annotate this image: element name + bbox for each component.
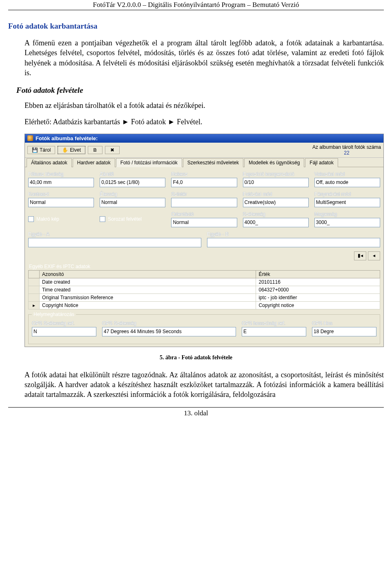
discard-icon: ✋ — [62, 147, 68, 153]
exif-caption: Egyéb EXIF és IPTC adatok — [29, 264, 380, 269]
lonref-input[interactable] — [242, 327, 306, 336]
elesseg-label: Élesség — [100, 191, 165, 197]
exif-id: Date created — [40, 278, 256, 286]
egyeb-a-input[interactable] — [28, 238, 201, 247]
kontraszt-label: Kontraszt — [28, 191, 94, 197]
szinter-label: Színtér — [171, 191, 237, 197]
szinter-input[interactable] — [171, 198, 237, 207]
exif-val: 20101116 — [256, 278, 380, 286]
orient-label: Orientáció — [171, 211, 237, 217]
tarol-button[interactable]: 💾 Tárol — [27, 146, 55, 154]
egyeb-b-input[interactable] — [207, 238, 380, 247]
delete-icon: ✖ — [109, 147, 115, 153]
table-corner — [29, 270, 40, 278]
makro-label: Makró kép — [36, 216, 59, 222]
exif-val: Copyright notice — [256, 301, 380, 309]
nav-prev-button[interactable]: ◂ — [368, 251, 380, 260]
paragraph-2: Ebben az eljárásban tárolhatók el a fotó… — [24, 101, 384, 110]
fokusz-label: Fókusz távolság — [28, 171, 94, 177]
form-area: Fókusz távolság Záridő Rekesz Expozíció … — [25, 167, 383, 347]
exif-table: Azonosító Érték Date created 20101116 Ti… — [28, 270, 380, 309]
checkbox-icon — [28, 216, 34, 222]
album-count: Az albumban tárolt fotók száma 22 — [312, 144, 381, 156]
elvet-label: Elvet — [70, 147, 81, 153]
paragraph-intro: A főmenü ezen a pontjaiban végezhetők el… — [24, 38, 384, 78]
delete-button[interactable]: ✖ — [105, 146, 120, 154]
album-count-value: 22 — [312, 150, 381, 156]
checkbox-icon — [100, 216, 105, 222]
geo-legend: Helymeghatározás — [32, 311, 76, 317]
zarido-input[interactable] — [100, 178, 165, 187]
row-marker-icon: ▸ — [29, 301, 40, 309]
document-icon: 🗎 — [92, 147, 98, 153]
table-row[interactable]: Original Transmission Reference iptc - j… — [29, 293, 380, 301]
vaku-label: Vakuzási mód — [314, 171, 380, 177]
exif-val: 064327+0000 — [256, 286, 380, 293]
geo-fieldset: Helymeghatározás GPS Szélesség ref. GPS … — [28, 314, 380, 344]
expo-input[interactable] — [243, 178, 309, 187]
orient-input[interactable] — [171, 218, 237, 227]
tarol-label: Tárol — [40, 147, 51, 153]
lonref-label: GPS hosszúság ref. — [242, 320, 306, 326]
tab-general[interactable]: Általános adatok — [27, 158, 72, 167]
exif-id: Time created — [40, 286, 256, 293]
szel-input[interactable] — [243, 218, 309, 227]
sorozat-label: Sorozat felvétel — [108, 216, 142, 222]
egyeb-a-label: Egyéb - A — [28, 231, 201, 237]
zarido-label: Záridő — [100, 171, 165, 177]
exif-id: Copyright Notice — [40, 301, 256, 309]
app-icon — [27, 135, 33, 141]
album-count-label: Az albumban tárolt fotók száma — [312, 144, 381, 150]
save-icon: 💾 — [32, 147, 38, 153]
tab-strip: Általános adatok Hardver adatok Fotó / f… — [25, 158, 383, 167]
szel-label: Szélesség — [243, 211, 309, 217]
sorozat-checkbox[interactable]: Sorozat felvétel — [100, 211, 165, 227]
fenym-label: Fénymérési mód — [314, 191, 380, 197]
tab-models[interactable]: Modellek és ügynökség — [244, 158, 304, 167]
fokusz-input[interactable] — [28, 178, 94, 187]
table-row[interactable]: Time created 064327+0000 — [29, 286, 380, 293]
lat-input[interactable] — [102, 327, 236, 336]
new-button[interactable]: 🗎 — [88, 146, 102, 154]
fotomod-label: Fotózási mód — [243, 191, 309, 197]
titlebar: Fotók albumba felvétele: — [25, 134, 383, 143]
elvet-button[interactable]: ✋ Elvet — [58, 146, 85, 154]
tab-file[interactable]: Fájl adatok — [305, 158, 338, 167]
lon-label: GPS Hos — [312, 320, 376, 326]
exif-id: Original Transmission Reference — [40, 293, 256, 301]
exif-val: iptc - job identifier — [256, 293, 380, 301]
latref-input[interactable] — [32, 327, 96, 336]
kontraszt-input[interactable] — [28, 198, 94, 207]
table-row[interactable]: ▸ Copyright Notice Copyright notice — [29, 301, 380, 309]
subheading: Fotó adatok felvétele — [16, 86, 384, 95]
expo-label: Expozíció kompenzáció — [243, 171, 309, 177]
makro-checkbox[interactable]: Makró kép — [28, 211, 94, 227]
page-footer: 13. oldal — [8, 407, 384, 417]
paragraph-path: Elérhető: Adatbázis karbantartás ► Fotó … — [24, 117, 384, 127]
paragraph-4: A fotók adatai hat elkülönült részre tag… — [24, 370, 384, 400]
table-header-val[interactable]: Érték — [256, 270, 380, 278]
mag-input[interactable] — [314, 218, 380, 227]
rekesz-input[interactable] — [171, 178, 237, 187]
latref-label: GPS Szélesség ref. — [32, 320, 96, 326]
doc-header: FotóTár V2.0.0.0 – Digitális Fotónyilván… — [8, 0, 384, 10]
table-row[interactable]: Date created 20101116 — [29, 278, 380, 286]
toolbar: 💾 Tárol ✋ Elvet 🗎 ✖ Az albumban tárolt f… — [25, 143, 383, 158]
window-title: Fotók albumba felvétele: — [36, 135, 98, 141]
rekesz-label: Rekesz — [171, 171, 237, 177]
app-window: Fotók albumba felvétele: 💾 Tárol ✋ Elvet… — [24, 134, 384, 347]
section-title: Fotó adatok karbantartása — [8, 22, 384, 31]
tab-photo-info[interactable]: Fotó / fotózási információk — [116, 158, 182, 167]
lon-input[interactable] — [312, 327, 376, 336]
egyeb-b-label: Egyéb - B — [207, 231, 380, 237]
fenym-input[interactable] — [314, 198, 380, 207]
tab-hardware[interactable]: Hardver adatok — [73, 158, 115, 167]
vaku-input[interactable] — [314, 178, 380, 187]
tab-edit-ops[interactable]: Szerkesztési műveletek — [183, 158, 243, 167]
table-header-id[interactable]: Azonosító — [40, 270, 256, 278]
mag-label: Magasság — [314, 211, 380, 217]
nav-first-button[interactable]: ▮◂ — [354, 251, 366, 260]
fotomod-input[interactable] — [243, 198, 309, 207]
elesseg-input[interactable] — [100, 198, 165, 207]
figure-caption: 5. ábra - Fotó adatok felvétele — [8, 354, 384, 361]
